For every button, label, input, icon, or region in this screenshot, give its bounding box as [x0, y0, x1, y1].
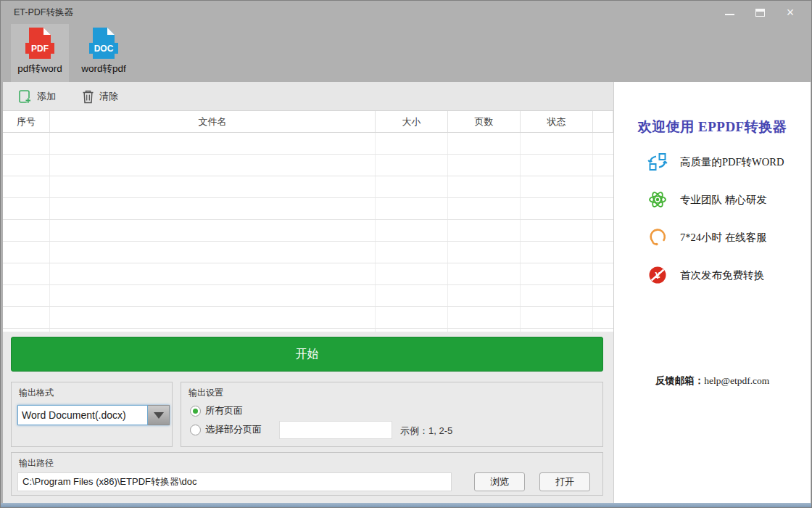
- svg-text:PDF: PDF: [31, 44, 49, 54]
- page-range-example: 示例：1, 2-5: [400, 425, 452, 438]
- window-title: ET-PDF转换器: [14, 7, 73, 19]
- table-cell: [376, 176, 448, 197]
- table-cell: [50, 198, 376, 219]
- table-cell: [593, 176, 613, 197]
- table-cell: [521, 285, 593, 306]
- column-header-status: 状态: [521, 111, 593, 132]
- radio-partial-pages-label: 选择部分页面: [205, 423, 262, 436]
- feature-text: 高质量的PDF转WORD: [680, 155, 784, 169]
- tab-pdf-to-word[interactable]: PDF pdf转word: [11, 24, 69, 82]
- output-settings-label: 输出设置: [188, 387, 223, 399]
- table-cell: [50, 263, 376, 284]
- column-header-filename: 文件名: [50, 111, 376, 132]
- table-cell: [593, 307, 613, 328]
- pdf-file-icon: PDF: [25, 26, 55, 62]
- tab-bar: PDF pdf转word DOC word转pdf: [1, 22, 613, 82]
- table-cell: [448, 220, 521, 241]
- radio-unselected-icon: [190, 425, 201, 435]
- output-path-input[interactable]: [17, 472, 452, 491]
- column-header-pages: 页数: [448, 111, 521, 132]
- table-cell: [3, 198, 50, 219]
- page-range-input[interactable]: [279, 421, 392, 439]
- radio-partial-pages[interactable]: 选择部分页面: [190, 423, 262, 436]
- table-cell: [593, 220, 613, 241]
- table-row: [3, 198, 613, 220]
- table-cell: [3, 155, 50, 176]
- file-list-table: 序号 文件名 大小 页数 状态: [3, 111, 613, 332]
- column-header-spacer: [593, 111, 613, 132]
- feature-text: 7*24小时 在线客服: [680, 231, 767, 245]
- table-row: [3, 176, 613, 198]
- close-button[interactable]: ×: [781, 6, 800, 19]
- table-cell: [3, 242, 50, 263]
- table-cell: [50, 176, 376, 197]
- table-cell: [593, 133, 613, 154]
- free-icon: ¥: [647, 265, 668, 285]
- browse-button[interactable]: 浏览: [474, 472, 525, 491]
- table-body: [3, 133, 613, 332]
- table-cell: [521, 242, 593, 263]
- window-bottom-border: [1, 503, 811, 507]
- table-cell: [593, 263, 613, 284]
- minimize-button[interactable]: [720, 6, 739, 19]
- open-button[interactable]: 打开: [539, 472, 590, 491]
- table-cell: [448, 263, 521, 284]
- column-header-size: 大小: [376, 111, 448, 132]
- table-cell: [521, 198, 593, 219]
- conversion-panel: 开始 输出格式 Word Document(.docx) 输出设置 所有页面 选…: [3, 332, 613, 504]
- radio-all-pages[interactable]: 所有页面: [190, 404, 243, 417]
- column-header-index: 序号: [3, 111, 50, 132]
- table-cell: [376, 307, 448, 328]
- table-cell: [521, 263, 593, 284]
- table-cell: [376, 155, 448, 176]
- svg-text:DOC: DOC: [94, 44, 114, 54]
- output-format-dropdown[interactable]: Word Document(.docx): [17, 405, 170, 425]
- table-cell: [50, 133, 376, 154]
- file-toolbar: 添加 清除: [3, 82, 613, 111]
- table-cell: [448, 155, 521, 176]
- table-cell: [521, 220, 593, 241]
- window-controls: ×: [720, 6, 800, 19]
- chevron-down-icon: [154, 412, 164, 419]
- output-settings-group: 输出设置 所有页面 选择部分页面 示例：1, 2-5: [181, 382, 603, 447]
- table-cell: [448, 198, 521, 219]
- radio-selected-icon: [190, 406, 201, 417]
- add-files-button[interactable]: 添加: [17, 82, 56, 110]
- table-cell: [448, 242, 521, 263]
- start-button[interactable]: 开始: [11, 337, 603, 372]
- table-cell: [521, 307, 593, 328]
- table-cell: [376, 242, 448, 263]
- output-format-value[interactable]: Word Document(.docx): [17, 405, 148, 425]
- table-row: [3, 307, 613, 329]
- tab-word-to-pdf[interactable]: DOC word转pdf: [72, 24, 136, 82]
- feedback-line: 反馈邮箱：help@etpdf.com: [614, 374, 811, 388]
- feature-free-conversion: ¥ 首次发布免费转换: [647, 263, 764, 287]
- table-cell: [50, 285, 376, 306]
- tab-label: pdf转word: [11, 62, 69, 75]
- table-cell: [448, 285, 521, 306]
- clear-files-label: 清除: [99, 90, 118, 103]
- trash-icon: [82, 89, 94, 104]
- table-header-row: 序号 文件名 大小 页数 状态: [3, 111, 613, 133]
- dropdown-arrow-button[interactable]: [148, 405, 170, 425]
- table-cell: [521, 155, 593, 176]
- table-cell: [593, 155, 613, 176]
- clear-files-button[interactable]: 清除: [82, 82, 118, 110]
- add-files-label: 添加: [37, 90, 56, 103]
- table-cell: [376, 133, 448, 154]
- table-cell: [521, 133, 593, 154]
- info-sidebar: 欢迎使用 EPPDF转换器 高质量的PDF转WORD 专业团队 精心研发: [613, 82, 811, 504]
- maximize-button[interactable]: [750, 6, 769, 19]
- table-cell: [3, 263, 50, 284]
- table-cell: [448, 176, 521, 197]
- feature-online-support: 7*24小时 在线客服: [647, 226, 767, 249]
- minimize-icon: [725, 14, 734, 15]
- feature-text: 专业团队 精心研发: [680, 193, 767, 207]
- table-row: [3, 155, 613, 176]
- table-cell: [3, 176, 50, 197]
- table-row: [3, 263, 613, 285]
- table-cell: [521, 176, 593, 197]
- table-cell: [376, 263, 448, 284]
- table-row: [3, 133, 613, 155]
- table-cell: [3, 220, 50, 241]
